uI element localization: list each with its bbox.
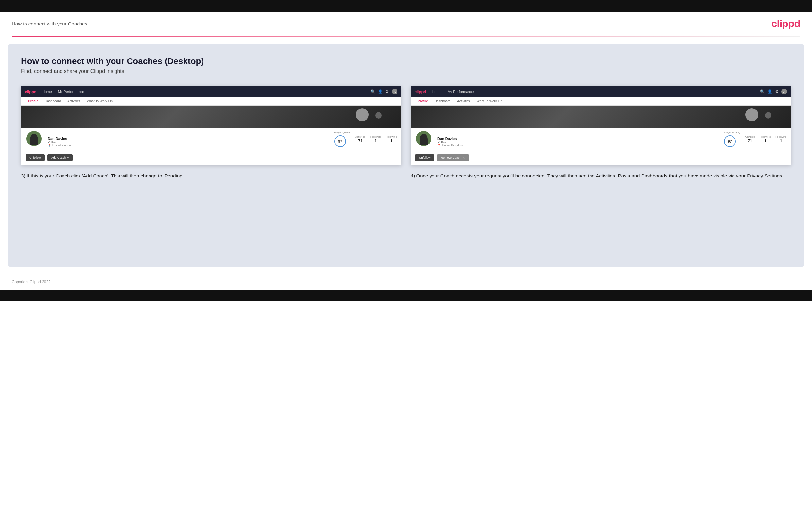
app-nav-left: clippd Home My Performance 🔍 👤 ⚙ A — [21, 86, 401, 97]
quality-group-right: Player Quality 97 — [724, 131, 740, 147]
header-divider — [12, 36, 800, 37]
screenshots-row: clippd Home My Performance 🔍 👤 ⚙ A Profi… — [21, 86, 791, 179]
stat-followers-right: Followers 1 — [760, 135, 771, 143]
add-coach-button-left[interactable]: Add Coach + — [47, 154, 73, 161]
app-actions-right: Unfollow Remove Coach ✕ — [411, 152, 791, 165]
app-logo-left: clippd — [25, 89, 36, 94]
search-icon-left[interactable]: 🔍 — [370, 89, 375, 94]
step3-description: 3) If this is your Coach click 'Add Coac… — [21, 172, 401, 179]
settings-icon-right[interactable]: ⚙ — [775, 89, 779, 94]
app-banner-left — [21, 106, 401, 128]
user-role-right: ✔ Pro — [438, 140, 719, 144]
app-tabs-left: Profile Dashboard Activities What To Wor… — [21, 97, 401, 106]
location-icon-right: 📍 — [438, 144, 441, 147]
screenshot-col-right: clippd Home My Performance 🔍 👤 ⚙ A Profi… — [411, 86, 791, 179]
quality-circle-left: 97 — [334, 135, 346, 147]
banner-circle-r2 — [765, 112, 771, 119]
settings-icon-left[interactable]: ⚙ — [386, 89, 389, 94]
screen-mock-left: clippd Home My Performance 🔍 👤 ⚙ A Profi… — [21, 86, 401, 165]
nav-icons-left: 🔍 👤 ⚙ A — [370, 89, 398, 95]
app-stats-right: Player Quality 97 Activities 71 Follower… — [724, 128, 786, 147]
header: How to connect with your Coaches clippd — [0, 12, 812, 36]
tab-profile-left[interactable]: Profile — [25, 97, 42, 105]
app-tabs-right: Profile Dashboard Activities What To Wor… — [411, 97, 791, 106]
bottom-bar — [0, 290, 812, 301]
stat-activities-left: Activities 71 — [355, 135, 365, 143]
app-profile-section-left: Dan Davies ✔ Pro 📍 United Kingdom — [21, 128, 401, 152]
unfollow-button-right[interactable]: Unfollow — [415, 154, 435, 161]
screenshot-col-left: clippd Home My Performance 🔍 👤 ⚙ A Profi… — [21, 86, 401, 179]
x-icon-right: ✕ — [463, 156, 465, 159]
user-avatar-left — [26, 130, 43, 147]
tab-activities-right[interactable]: Activities — [454, 97, 473, 105]
verified-icon-left: ✔ — [48, 140, 50, 144]
avatar-figure-left — [30, 134, 38, 146]
main-title: How to connect with your Coaches (Deskto… — [21, 56, 791, 66]
plus-icon-left: + — [67, 156, 69, 159]
user-icon-right[interactable]: 👤 — [767, 89, 772, 94]
tab-dashboard-right[interactable]: Dashboard — [431, 97, 454, 105]
nav-performance-right: My Performance — [448, 90, 474, 94]
user-name-left: Dan Davies — [48, 136, 329, 140]
tab-activities-left[interactable]: Activities — [64, 97, 84, 105]
app-profile-section-right: Dan Davies ✔ Pro 📍 United Kingdom — [411, 128, 791, 152]
tab-dashboard-left[interactable]: Dashboard — [42, 97, 64, 105]
unfollow-button-left[interactable]: Unfollow — [26, 154, 45, 161]
main-content: How to connect with your Coaches (Deskto… — [8, 45, 804, 267]
user-role-left: ✔ Pro — [48, 140, 329, 144]
stat-followers-left: Followers 1 — [370, 135, 381, 143]
stat-following-left: Following 1 — [386, 135, 397, 143]
step4-description: 4) Once your Coach accepts your request … — [411, 172, 791, 179]
user-info-left: Dan Davies ✔ Pro 📍 United Kingdom — [48, 134, 329, 147]
quality-label-right: Player Quality — [724, 131, 740, 134]
user-name-right: Dan Davies — [438, 136, 719, 140]
app-nav-right: clippd Home My Performance 🔍 👤 ⚙ A — [411, 86, 791, 97]
app-banner-right — [411, 106, 791, 128]
clippd-logo: clippd — [771, 18, 800, 30]
nav-performance-left: My Performance — [58, 90, 85, 94]
search-icon-right[interactable]: 🔍 — [760, 89, 765, 94]
main-subtitle: Find, connect and share your Clippd insi… — [21, 68, 791, 74]
user-avatar-right — [415, 130, 432, 147]
user-location-left: 📍 United Kingdom — [48, 144, 329, 147]
quality-label-left: Player Quality — [334, 131, 351, 134]
header-title: How to connect with your Coaches — [12, 21, 87, 26]
tab-whattoworkon-right[interactable]: What To Work On — [473, 97, 506, 105]
quality-group-left: Player Quality 97 — [334, 131, 351, 147]
user-info-right: Dan Davies ✔ Pro 📍 United Kingdom — [438, 134, 719, 147]
banner-circle-1 — [356, 108, 369, 121]
user-location-right: 📍 United Kingdom — [438, 144, 719, 147]
verified-icon-right: ✔ — [438, 140, 440, 144]
banner-circle-r1 — [745, 108, 758, 121]
footer: Copyright Clippd 2022 — [0, 275, 812, 290]
tab-whattoworkon-left[interactable]: What To Work On — [84, 97, 116, 105]
screen-mock-right: clippd Home My Performance 🔍 👤 ⚙ A Profi… — [411, 86, 791, 165]
app-actions-left: Unfollow Add Coach + — [21, 152, 401, 165]
app-logo-right: clippd — [414, 89, 426, 94]
app-profile-row-left: Dan Davies ✔ Pro 📍 United Kingdom — [26, 128, 397, 147]
avatar-icon-right[interactable]: A — [781, 89, 787, 95]
avatar-figure-right — [420, 134, 427, 146]
tab-profile-right[interactable]: Profile — [414, 97, 431, 105]
copyright-text: Copyright Clippd 2022 — [12, 280, 51, 284]
stat-following-right: Following 1 — [775, 135, 786, 143]
quality-circle-right: 97 — [724, 135, 736, 147]
nav-icons-right: 🔍 👤 ⚙ A — [760, 89, 787, 95]
app-profile-row-right: Dan Davies ✔ Pro 📍 United Kingdom — [415, 128, 786, 147]
nav-home-left: Home — [42, 90, 52, 94]
user-icon-left[interactable]: 👤 — [378, 89, 383, 94]
location-icon-left: 📍 — [48, 144, 51, 147]
remove-coach-button-right[interactable]: Remove Coach ✕ — [437, 154, 469, 161]
top-bar — [0, 0, 812, 12]
avatar-icon-left[interactable]: A — [392, 89, 398, 95]
banner-circle-2 — [375, 112, 382, 119]
app-stats-left: Player Quality 97 Activities 71 Follower… — [334, 128, 397, 147]
nav-home-right: Home — [432, 90, 441, 94]
stat-activities-right: Activities 71 — [745, 135, 755, 143]
